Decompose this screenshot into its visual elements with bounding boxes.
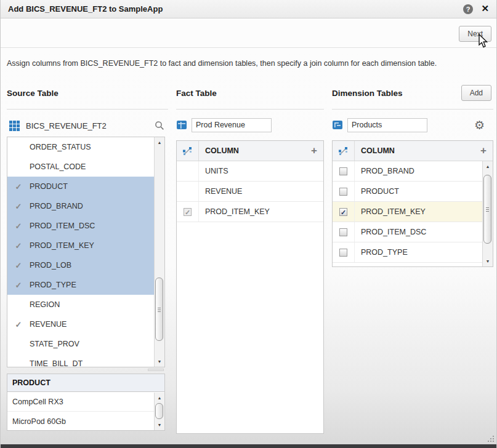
- fact-table-icon: [176, 119, 187, 130]
- source-column-row[interactable]: ✓ PRODUCT: [7, 177, 164, 196]
- scrollbar-thumb[interactable]: [483, 175, 491, 244]
- source-column-row[interactable]: ✓ REVENUE: [7, 314, 164, 334]
- scroll-up-icon[interactable]: ▲: [155, 393, 164, 402]
- source-table-header: BICS_REVENUE_FT2: [7, 117, 168, 134]
- source-column-row[interactable]: ✓ PROD_ITEM_DSC: [7, 216, 164, 236]
- source-column-row[interactable]: ✓ TIME_BILL_DT: [7, 354, 164, 367]
- fact-column-row[interactable]: ✓ UNITS: [177, 161, 323, 182]
- dimension-grid-scrollbar[interactable]: ▲ ▼: [482, 161, 493, 266]
- source-column-row[interactable]: ✓ PROD_ITEM_KEY: [7, 236, 164, 255]
- resize-grip-icon[interactable]: [487, 436, 495, 443]
- dimension-column-label: PROD_BRAND: [355, 167, 414, 175]
- source-column-row[interactable]: ✓ STATE_PROV: [7, 334, 164, 354]
- fact-table-name-input[interactable]: [192, 118, 272, 132]
- source-list-scrollbar[interactable]: ▲ ▼: [154, 137, 164, 367]
- check-icon: ✓: [7, 241, 30, 250]
- dimension-column-row[interactable]: ✓ PROD_ITEM_DSC: [333, 222, 493, 242]
- fact-column-label: PROD_ITEM_KEY: [199, 207, 270, 216]
- list-resize-handle[interactable]: [148, 369, 164, 371]
- gear-icon[interactable]: ⚙: [474, 119, 485, 131]
- preview-value: MicroPod 60Gb: [12, 417, 66, 426]
- divider: [176, 109, 324, 110]
- dimension-column-label: PROD_ITEM_KEY: [355, 207, 426, 216]
- join-checkbox[interactable]: ✓: [339, 228, 347, 236]
- divider: [7, 109, 168, 110]
- dialog-titlebar: Add BICS_REVENUE_FT2 to SampleApp ? ✕: [1, 0, 496, 18]
- preview-value-row: MicroPod 60Gb: [7, 412, 164, 431]
- help-icon[interactable]: ?: [463, 4, 473, 14]
- dimension-column-row[interactable]: ✓ PROD_ITEM_KEY: [333, 202, 493, 222]
- source-column-label: PRODUCT: [30, 182, 68, 191]
- scrollbar-thumb[interactable]: [155, 403, 163, 419]
- source-column-row[interactable]: ✓ REGION: [7, 295, 164, 314]
- column-header-label: COLUMN: [199, 146, 239, 155]
- source-column-label: REGION: [30, 300, 60, 309]
- check-icon: ✓: [7, 261, 30, 270]
- preview-value: CompCell RX3: [12, 398, 63, 406]
- dimension-column-grid: COLUMN + ✓ PROD_BRAND ✓: [332, 140, 493, 267]
- dimension-grid-rows: ✓ PROD_BRAND ✓ PRODUCT: [333, 161, 493, 263]
- table-grid-icon: [9, 121, 20, 131]
- check-icon: ✓: [7, 222, 30, 231]
- close-icon[interactable]: ✕: [481, 3, 489, 14]
- add-column-icon[interactable]: +: [311, 145, 323, 157]
- source-column-label: PROD_TYPE: [30, 281, 76, 289]
- check-icon: ✓: [7, 182, 30, 191]
- dimension-column-row[interactable]: ✓ PRODUCT: [333, 182, 493, 202]
- fact-column-row[interactable]: ✓ PROD_ITEM_KEY: [177, 202, 323, 222]
- preview-scrollbar[interactable]: ▲ ▼: [154, 393, 164, 430]
- dimension-column-row[interactable]: ✓ PROD_TYPE: [333, 242, 493, 263]
- fact-grid-rows: ✓ UNITS ✓ REVENUE: [177, 161, 323, 222]
- check-icon: ✓: [7, 281, 30, 290]
- add-table-dialog: Add BICS_REVENUE_FT2 to SampleApp ? ✕ Ne…: [0, 0, 497, 448]
- source-column-label: PROD_BRAND: [30, 202, 83, 210]
- scrollbar-thumb[interactable]: [155, 278, 163, 341]
- search-icon[interactable]: [155, 121, 164, 130]
- add-column-icon[interactable]: +: [480, 145, 493, 157]
- source-column-label: PROD_ITEM_DSC: [30, 222, 95, 230]
- join-key-icon: [177, 141, 199, 161]
- source-column-list: ✓ ORDER_STATUS ✓ POSTAL_CODE ✓ PRODUCT ✓…: [7, 137, 165, 367]
- scroll-down-icon[interactable]: ▼: [483, 257, 493, 266]
- source-table-name: BICS_REVENUE_FT2: [26, 121, 107, 130]
- fact-column-grid: COLUMN + ✓ UNITS ✓: [176, 140, 324, 434]
- source-column-row[interactable]: ✓ ORDER_STATUS: [7, 137, 164, 157]
- dialog-title: Add BICS_REVENUE_FT2 to SampleApp: [8, 0, 163, 18]
- dimension-tables-heading: Dimension Tables: [332, 89, 403, 98]
- dimension-grid-header: COLUMN +: [333, 141, 493, 161]
- source-column-row[interactable]: ✓ PROD_TYPE: [7, 275, 164, 295]
- check-icon: ✓: [7, 202, 30, 211]
- fact-column-row[interactable]: ✓ REVENUE: [177, 182, 323, 202]
- source-column-label: REVENUE: [30, 320, 67, 329]
- preview-value-row: CompCell RX3: [7, 392, 164, 412]
- dimension-table-name-input[interactable]: [347, 118, 427, 132]
- join-checkbox[interactable]: ✓: [339, 208, 347, 216]
- source-column-row[interactable]: ✓ PROD_BRAND: [7, 196, 164, 216]
- source-table-heading: Source Table: [7, 89, 59, 98]
- preview-rows: CompCell RX3 MicroPod 60Gb: [7, 392, 164, 431]
- scroll-up-icon[interactable]: ▲: [483, 162, 493, 171]
- join-checkbox[interactable]: ✓: [339, 188, 347, 196]
- add-dimension-button[interactable]: Add: [461, 85, 491, 101]
- source-column-row[interactable]: ✓ POSTAL_CODE: [7, 157, 164, 177]
- window-bottom-edge: [1, 444, 496, 448]
- join-checkbox[interactable]: ✓: [184, 208, 192, 216]
- dimension-table-header: ⚙: [332, 117, 493, 133]
- column-preview-panel: PRODUCT CompCell RX3 MicroPod 60Gb ▲ ▼: [7, 374, 165, 431]
- source-column-label: PROD_ITEM_KEY: [30, 241, 94, 250]
- dimension-table-icon: [332, 119, 343, 130]
- dimension-column-row[interactable]: ✓ PROD_BRAND: [333, 161, 493, 182]
- join-key-icon: [333, 141, 355, 161]
- check-icon: ✓: [7, 320, 30, 329]
- join-checkbox[interactable]: ✓: [339, 167, 347, 175]
- fact-table-header: [176, 117, 324, 133]
- scroll-up-icon[interactable]: ▲: [155, 138, 164, 147]
- scroll-down-icon[interactable]: ▼: [155, 357, 164, 366]
- join-checkbox[interactable]: ✓: [339, 249, 347, 257]
- scroll-down-icon[interactable]: ▼: [155, 420, 164, 430]
- column-header-label: COLUMN: [355, 146, 395, 155]
- source-column-label: PROD_LOB: [30, 261, 71, 270]
- mouse-cursor: [477, 34, 488, 49]
- source-column-row[interactable]: ✓ PROD_LOB: [7, 255, 164, 275]
- source-column-label: TIME_BILL_DT: [30, 359, 83, 367]
